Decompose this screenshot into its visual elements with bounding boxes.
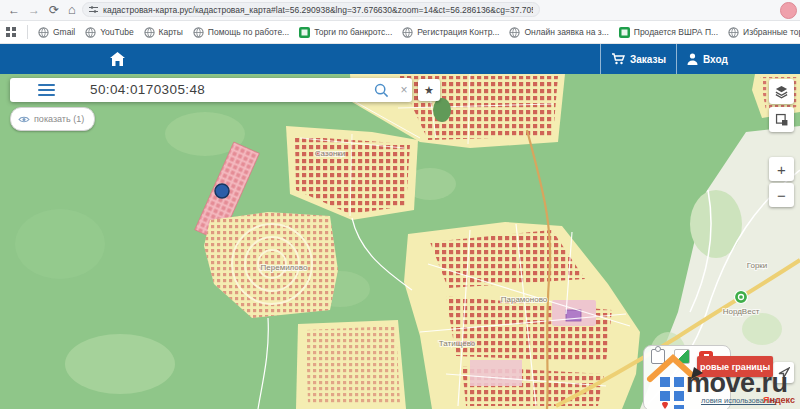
- house-icon: [109, 51, 126, 67]
- bookmark-item[interactable]: Избранные торги...: [728, 27, 800, 38]
- site-info-icon[interactable]: [89, 5, 98, 14]
- url-text: кадастровая-карта.рус/кадастровая_карта#…: [103, 5, 533, 15]
- selection-square-icon: [775, 113, 789, 127]
- cursor-arrow-icon: [690, 366, 704, 380]
- bookmark-item[interactable]: Помощь по работе...: [193, 27, 289, 38]
- reload-icon[interactable]: ⟳: [46, 2, 62, 18]
- search-bar[interactable]: 50:04:0170305:48 ×: [10, 78, 412, 102]
- svg-text:Сазонки: Сазонки: [315, 149, 346, 158]
- cart-icon: [611, 53, 625, 65]
- eye-icon: [18, 115, 30, 124]
- bookmark-item[interactable]: Торги по банкротс...: [299, 27, 392, 38]
- svg-text:НордВест: НордВест: [723, 307, 760, 316]
- greendoc-icon: [619, 27, 630, 38]
- bookmarks-bar: GmailYouTubeКартыПомощь по работе...Торг…: [0, 21, 800, 44]
- minus-icon: −: [777, 187, 786, 204]
- show-results-label: показать (1): [34, 114, 84, 124]
- home-icon[interactable]: ⌂: [64, 2, 80, 18]
- forward-icon[interactable]: →: [26, 2, 42, 18]
- site-header: Заказы Вход: [0, 44, 800, 74]
- banner-label: ровые границы: [700, 362, 770, 372]
- svg-text:Горки: Горки: [747, 261, 768, 270]
- geolocate-button[interactable]: [773, 362, 794, 383]
- zoom-in-button[interactable]: +: [769, 157, 794, 181]
- svg-text:Парамоново: Парамоново: [501, 295, 548, 304]
- orders-button[interactable]: Заказы: [601, 44, 676, 74]
- bookmark-item[interactable]: Карты: [144, 27, 183, 38]
- greendoc-icon: [299, 27, 310, 38]
- show-results-button[interactable]: показать (1): [10, 107, 95, 131]
- bookmark-label: Gmail: [53, 27, 75, 37]
- divider: [27, 25, 28, 39]
- menu-icon[interactable]: [38, 84, 55, 96]
- bookmark-item[interactable]: Продается ВШРА П...: [619, 27, 718, 38]
- svg-text:Татищево: Татищево: [439, 339, 476, 348]
- bookmark-item[interactable]: Онлайн заявка на з...: [509, 27, 608, 38]
- cadastre-borders-banner[interactable]: ровые границы: [697, 356, 773, 377]
- bookmark-label: Продается ВШРА П...: [634, 27, 718, 37]
- bookmark-item[interactable]: Регистрация Контр...: [402, 27, 499, 38]
- bookmark-label: Помощь по работе...: [208, 27, 289, 37]
- globe-icon: [193, 27, 204, 38]
- navigation-arrow-icon: [778, 367, 790, 379]
- search-icon[interactable]: [372, 82, 390, 98]
- star-icon: ★: [424, 84, 434, 96]
- bookmark-label: Регистрация Контр...: [417, 27, 499, 37]
- globe-icon: [38, 27, 49, 38]
- search-input[interactable]: 50:04:0170305:48: [90, 82, 205, 97]
- zoom-out-button[interactable]: −: [769, 183, 794, 207]
- map-area: СазонкиПеремиловоПарамоновоТатищевоГорки…: [0, 74, 800, 409]
- person-icon: [687, 53, 698, 65]
- globe-icon: [144, 27, 155, 38]
- bookmark-item[interactable]: Gmail: [38, 27, 75, 38]
- nordvest-pin[interactable]: [735, 291, 748, 304]
- clear-search-icon[interactable]: ×: [396, 81, 412, 99]
- bookmark-item[interactable]: YouTube: [85, 27, 133, 38]
- globe-icon: [85, 27, 96, 38]
- bookmark-label: Карты: [159, 27, 183, 37]
- plus-icon: +: [777, 161, 786, 178]
- login-button[interactable]: Вход: [677, 44, 738, 74]
- bookmark-label: Избранные торги...: [743, 27, 800, 37]
- browser-toolbar: ← → ⟳ ⌂ кадастровая-карта.рус/кадастрова…: [0, 0, 800, 21]
- layers-icon: [774, 84, 789, 99]
- apps-grid-icon[interactable]: [6, 27, 16, 37]
- bookmark-label: YouTube: [100, 27, 133, 37]
- layers-button[interactable]: [769, 79, 794, 104]
- login-label: Вход: [703, 54, 728, 65]
- parcel-marker[interactable]: [215, 184, 229, 198]
- address-bar[interactable]: кадастровая-карта.рус/кадастровая_карта#…: [82, 2, 540, 17]
- browser-window: ← → ⟳ ⌂ кадастровая-карта.рус/кадастрова…: [0, 0, 800, 409]
- orders-label: Заказы: [630, 54, 666, 65]
- bookmark-label: Онлайн заявка на з...: [524, 27, 608, 37]
- favorite-button[interactable]: ★: [418, 79, 440, 101]
- bookmark-label: Торги по банкротс...: [314, 27, 392, 37]
- globe-icon: [402, 27, 413, 38]
- svg-text:Перемилово: Перемилово: [261, 263, 308, 272]
- site-home-button[interactable]: [104, 47, 130, 71]
- globe-icon: [728, 27, 739, 38]
- globe-icon: [509, 27, 520, 38]
- move-ru-house-logo: [646, 352, 702, 409]
- profile-avatar[interactable]: [780, 2, 797, 19]
- measure-area-button[interactable]: [769, 107, 794, 132]
- yandex-logo[interactable]: Яндекс: [763, 395, 795, 405]
- back-icon[interactable]: ←: [6, 2, 22, 18]
